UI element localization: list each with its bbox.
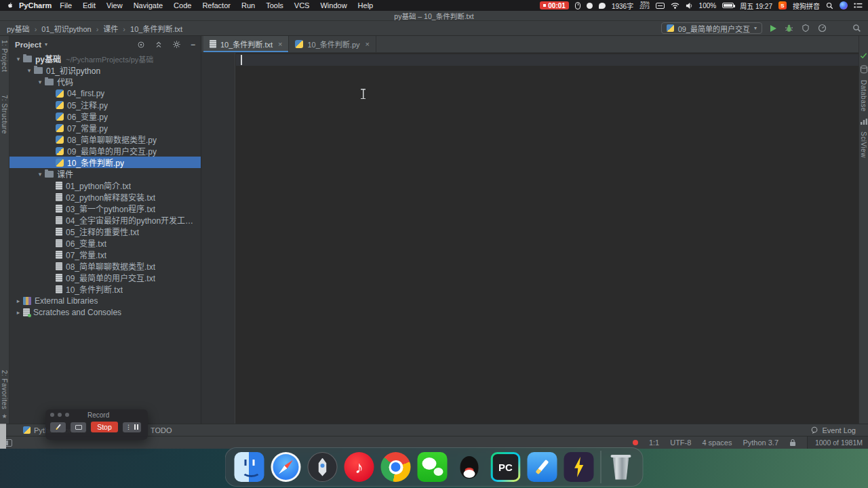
coverage-button[interactable] [802,24,810,33]
menubar-item[interactable]: Run [236,1,260,9]
menubar-item[interactable]: View [101,1,128,9]
menubar-item[interactable]: Edit [77,1,101,9]
breadcrumb-item[interactable]: py基础 [7,23,41,34]
tab-close-icon[interactable]: × [278,40,282,48]
tool-stripe-favorites[interactable]: 2: Favorites [1,370,8,409]
capture-area-button[interactable] [71,422,86,432]
tree-row[interactable]: 07_常量.py [9,122,201,134]
run-configuration-select[interactable]: 09_最简单的用户交互 ▾ [661,22,762,34]
window-zoom-icon[interactable] [65,413,69,417]
run-button[interactable] [770,25,776,32]
tree-row[interactable]: ▾ 代码 [9,76,201,87]
editor-pane[interactable] [201,53,859,424]
tree-row[interactable]: 10_条件判断.txt [9,283,201,295]
menubar-item[interactable]: File [54,1,77,9]
collapse-all-icon[interactable] [155,41,163,49]
word-count[interactable]: 1936字 [612,1,633,11]
apple-menu-icon[interactable] [5,1,15,9]
notification-center-icon[interactable] [854,2,863,9]
tree-row[interactable]: 06_变量.txt [9,237,201,249]
safari-dock-icon[interactable] [268,451,304,483]
mouse-icon[interactable] [575,2,580,9]
netease-music-dock-icon[interactable]: ♪ [341,451,378,483]
favorites-star-icon[interactable]: ★ [1,413,7,420]
menubar-app-name[interactable]: PyCharm [19,1,52,9]
lock-icon[interactable] [789,439,796,447]
menubar-item[interactable]: VCS [289,1,315,9]
volume-icon[interactable] [686,2,693,9]
tree-row[interactable]: 02_python解释器安装.txt [9,191,201,203]
tree-row[interactable]: 08_简单聊聊数据类型.txt [9,260,201,272]
menubar-clock[interactable]: 周五 19:27 [740,1,772,11]
tree-row[interactable]: ▸ Scratches and Consoles [9,306,201,318]
tree-expand-arrow[interactable]: ▸ [14,309,23,316]
tool-stripe-structure[interactable]: 7: Structure [1,95,8,134]
editor-text-area[interactable] [236,53,859,424]
finder-dock-icon[interactable] [231,451,268,483]
trash-dock-icon[interactable] [601,451,637,483]
project-panel-title[interactable]: Project [15,41,41,49]
tree-row[interactable]: 06_变量.py [9,110,201,122]
breadcrumb-item[interactable]: 01_初识python [41,23,103,34]
tree-row[interactable]: ▾ 课件 [9,168,201,180]
tree-row[interactable]: 03_第一个python程序.txt [9,203,201,214]
file-encoding[interactable]: UTF-8 [670,439,691,447]
tree-row[interactable]: 01_python简介.txt [9,180,201,191]
todo-button[interactable]: TODO [151,424,172,436]
profiler-button[interactable] [818,24,827,33]
wechat-dock-icon[interactable] [414,451,451,483]
annotate-button[interactable] [50,422,66,432]
menubar-item[interactable]: Window [315,1,352,9]
tree-row[interactable]: 08_简单聊聊数据类型.py [9,134,201,145]
tree-row[interactable]: ▸ External Libraries [9,295,201,306]
tree-row[interactable]: 05_注释.py [9,99,201,110]
spotlight-search-icon[interactable] [826,2,833,9]
menubar-item[interactable]: Navigate [128,1,168,9]
menubar-item[interactable]: Refactor [197,1,236,9]
tool-stripe-sciview[interactable]: SciView [860,131,867,158]
tool-stripe-database[interactable]: Database [860,80,867,112]
wifi-icon[interactable] [671,2,679,9]
launchpad-rocket-dock-icon[interactable] [304,451,341,483]
pause-recording-button[interactable]: ⋮ [123,422,141,432]
tree-row[interactable]: 09_最简单的用户交互.txt [9,272,201,283]
tree-row[interactable]: 04_first.py [9,87,201,99]
pycharm-dock-icon[interactable]: PC [488,451,524,483]
tree-row[interactable]: 05_注释的重要性.txt [9,226,201,237]
tree-row[interactable]: 04_全宇宙最好用的python开发工具.txt [9,214,201,226]
event-log-button[interactable]: Event Log [810,424,856,436]
tree-row[interactable]: 07_常量.txt [9,249,201,260]
chevron-down-icon[interactable]: ▾ [45,41,47,47]
tree-expand-arrow[interactable]: ▾ [14,56,23,62]
debug-button[interactable] [785,24,793,33]
tree-expand-arrow[interactable]: ▾ [35,171,45,178]
lightning-dock-icon[interactable] [561,451,597,483]
chrome-dock-icon[interactable] [378,451,414,483]
memory-indicator[interactable]: 1000 of 1981M [807,436,868,449]
keyboard-icon[interactable] [656,3,665,9]
tree-expand-arrow[interactable]: ▸ [14,298,23,304]
input-method-label[interactable]: 搜狗拼音 [793,1,820,11]
tree-row[interactable]: ▾ 01_初识python [9,64,201,76]
tree-row[interactable]: ▾ py基础 ~/PycharmProjects/py基础 [9,53,201,64]
editor-tab[interactable]: 10_条件判断.py × [289,36,376,52]
caret-position[interactable]: 1:1 [649,439,659,447]
breadcrumb-item[interactable]: 课件 [103,23,130,34]
window-minimize-icon[interactable] [58,413,62,417]
python-interpreter[interactable]: Python 3.7 [743,439,778,447]
menubar-item[interactable]: Code [168,1,197,9]
siri-icon[interactable] [840,1,848,9]
sogou-input-icon[interactable]: S [778,1,787,9]
menubar-item[interactable]: Tools [260,1,289,9]
tool-stripe-project[interactable]: 1: Project [1,40,8,72]
tree-expand-arrow[interactable]: ▾ [35,79,45,85]
editor-tab[interactable]: 10_条件判断.txt × [203,36,289,52]
screen-recording-timer[interactable]: 00:01 [540,1,569,9]
inspections-ok-icon[interactable] [860,52,867,59]
database-icon[interactable] [860,65,868,74]
qq-dock-icon[interactable] [451,451,488,483]
tree-row[interactable]: 10_条件判断.py [9,157,201,168]
tree-expand-arrow[interactable]: ▾ [24,67,34,74]
indent-style[interactable]: 4 spaces [702,439,732,447]
window-close-icon[interactable] [50,413,54,417]
